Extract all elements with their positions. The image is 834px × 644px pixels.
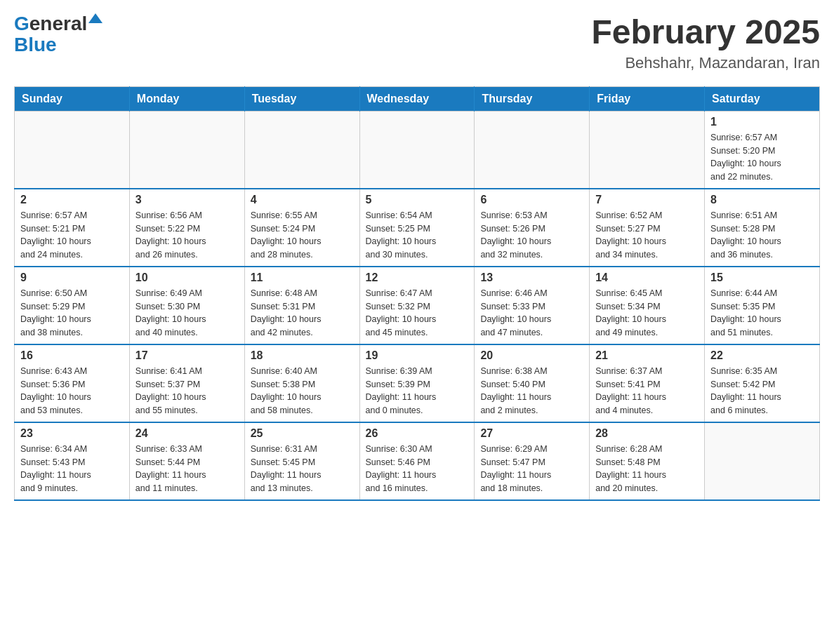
day-info: Sunrise: 6:55 AM Sunset: 5:24 PM Dayligh…: [251, 209, 354, 262]
day-info: Sunrise: 6:38 AM Sunset: 5:40 PM Dayligh…: [480, 365, 583, 417]
day-info: Sunrise: 6:51 AM Sunset: 5:28 PM Dayligh…: [710, 209, 814, 262]
calendar-cell: 15Sunrise: 6:44 AM Sunset: 5:35 PM Dayli…: [705, 267, 820, 344]
calendar-cell: 11Sunrise: 6:48 AM Sunset: 5:31 PM Dayli…: [244, 267, 359, 344]
day-number: 17: [135, 349, 239, 362]
day-number: 7: [595, 194, 699, 206]
calendar-cell: 16Sunrise: 6:43 AM Sunset: 5:36 PM Dayli…: [15, 344, 130, 422]
day-info: Sunrise: 6:30 AM Sunset: 5:46 PM Dayligh…: [366, 443, 469, 495]
header-saturday: Saturday: [705, 86, 820, 111]
calendar-cell: 18Sunrise: 6:40 AM Sunset: 5:38 PM Dayli…: [244, 344, 359, 422]
day-info: Sunrise: 6:34 AM Sunset: 5:43 PM Dayligh…: [20, 443, 124, 495]
day-number: 22: [710, 349, 814, 362]
calendar-cell: 19Sunrise: 6:39 AM Sunset: 5:39 PM Dayli…: [359, 344, 475, 422]
calendar-cell: [244, 111, 359, 189]
day-number: 3: [135, 194, 239, 206]
calendar-cell: 27Sunrise: 6:29 AM Sunset: 5:47 PM Dayli…: [475, 422, 590, 500]
calendar-cell: 13Sunrise: 6:46 AM Sunset: 5:33 PM Dayli…: [475, 267, 590, 344]
day-number: 13: [480, 271, 583, 284]
day-number: 9: [20, 271, 124, 284]
days-of-week-row: Sunday Monday Tuesday Wednesday Thursday…: [15, 86, 820, 111]
calendar-week-2: 2Sunrise: 6:57 AM Sunset: 5:21 PM Daylig…: [15, 189, 820, 267]
day-number: 1: [710, 116, 814, 128]
header-tuesday: Tuesday: [244, 86, 359, 111]
day-info: Sunrise: 6:45 AM Sunset: 5:34 PM Dayligh…: [595, 287, 699, 340]
calendar-cell: [15, 111, 130, 189]
calendar-table: Sunday Monday Tuesday Wednesday Thursday…: [14, 86, 820, 501]
calendar-cell: 14Sunrise: 6:45 AM Sunset: 5:34 PM Dayli…: [590, 267, 705, 344]
calendar-subtitle: Behshahr, Mazandaran, Iran: [591, 54, 820, 72]
header-wednesday: Wednesday: [359, 86, 475, 111]
day-info: Sunrise: 6:50 AM Sunset: 5:29 PM Dayligh…: [20, 287, 124, 340]
logo-general-text: General: [14, 14, 87, 34]
day-number: 5: [366, 194, 469, 206]
calendar-cell: [129, 111, 244, 189]
day-info: Sunrise: 6:46 AM Sunset: 5:33 PM Dayligh…: [480, 287, 583, 340]
day-number: 6: [480, 194, 583, 206]
calendar-cell: 21Sunrise: 6:37 AM Sunset: 5:41 PM Dayli…: [590, 344, 705, 422]
calendar-cell: 28Sunrise: 6:28 AM Sunset: 5:48 PM Dayli…: [590, 422, 705, 500]
day-number: 12: [366, 271, 469, 284]
day-info: Sunrise: 6:47 AM Sunset: 5:32 PM Dayligh…: [366, 287, 469, 340]
calendar-week-3: 9Sunrise: 6:50 AM Sunset: 5:29 PM Daylig…: [15, 267, 820, 344]
header-thursday: Thursday: [475, 86, 590, 111]
calendar-cell: 8Sunrise: 6:51 AM Sunset: 5:28 PM Daylig…: [705, 189, 820, 267]
day-number: 14: [595, 271, 699, 284]
page-header: General Blue February 2025 Behshahr, Maz…: [14, 14, 820, 72]
day-info: Sunrise: 6:43 AM Sunset: 5:36 PM Dayligh…: [20, 365, 124, 417]
calendar-week-4: 16Sunrise: 6:43 AM Sunset: 5:36 PM Dayli…: [15, 344, 820, 422]
day-info: Sunrise: 6:33 AM Sunset: 5:44 PM Dayligh…: [135, 443, 239, 495]
calendar-cell: [359, 111, 475, 189]
calendar-week-5: 23Sunrise: 6:34 AM Sunset: 5:43 PM Dayli…: [15, 422, 820, 500]
calendar-cell: 17Sunrise: 6:41 AM Sunset: 5:37 PM Dayli…: [129, 344, 244, 422]
day-number: 18: [251, 349, 354, 362]
logo: General Blue: [14, 14, 102, 55]
calendar-cell: 4Sunrise: 6:55 AM Sunset: 5:24 PM Daylig…: [244, 189, 359, 267]
logo-triangle-icon: [88, 13, 102, 23]
calendar-cell: 26Sunrise: 6:30 AM Sunset: 5:46 PM Dayli…: [359, 422, 475, 500]
day-number: 23: [20, 427, 124, 440]
day-info: Sunrise: 6:44 AM Sunset: 5:35 PM Dayligh…: [710, 287, 814, 340]
calendar-cell: 23Sunrise: 6:34 AM Sunset: 5:43 PM Dayli…: [15, 422, 130, 500]
calendar-cell: 22Sunrise: 6:35 AM Sunset: 5:42 PM Dayli…: [705, 344, 820, 422]
day-info: Sunrise: 6:41 AM Sunset: 5:37 PM Dayligh…: [135, 365, 239, 417]
day-number: 2: [20, 194, 124, 206]
calendar-cell: [590, 111, 705, 189]
day-number: 25: [251, 427, 354, 440]
title-section: February 2025 Behshahr, Mazandaran, Iran: [591, 14, 820, 72]
calendar-header: Sunday Monday Tuesday Wednesday Thursday…: [15, 86, 820, 111]
day-info: Sunrise: 6:37 AM Sunset: 5:41 PM Dayligh…: [595, 365, 699, 417]
day-info: Sunrise: 6:28 AM Sunset: 5:48 PM Dayligh…: [595, 443, 699, 495]
day-number: 10: [135, 271, 239, 284]
calendar-title: February 2025: [591, 14, 820, 51]
calendar-cell: 5Sunrise: 6:54 AM Sunset: 5:25 PM Daylig…: [359, 189, 475, 267]
day-info: Sunrise: 6:57 AM Sunset: 5:21 PM Dayligh…: [20, 209, 124, 262]
day-number: 26: [366, 427, 469, 440]
day-info: Sunrise: 6:39 AM Sunset: 5:39 PM Dayligh…: [366, 365, 469, 417]
day-info: Sunrise: 6:35 AM Sunset: 5:42 PM Dayligh…: [710, 365, 814, 417]
calendar-cell: 12Sunrise: 6:47 AM Sunset: 5:32 PM Dayli…: [359, 267, 475, 344]
day-number: 24: [135, 427, 239, 440]
day-number: 21: [595, 349, 699, 362]
day-number: 16: [20, 349, 124, 362]
day-info: Sunrise: 6:54 AM Sunset: 5:25 PM Dayligh…: [366, 209, 469, 262]
calendar-cell: 9Sunrise: 6:50 AM Sunset: 5:29 PM Daylig…: [15, 267, 130, 344]
svg-marker-0: [88, 13, 102, 23]
header-sunday: Sunday: [15, 86, 130, 111]
calendar-cell: [475, 111, 590, 189]
calendar-cell: 20Sunrise: 6:38 AM Sunset: 5:40 PM Dayli…: [475, 344, 590, 422]
day-number: 19: [366, 349, 469, 362]
calendar-cell: [705, 422, 820, 500]
calendar-cell: 1Sunrise: 6:57 AM Sunset: 5:20 PM Daylig…: [705, 111, 820, 189]
calendar-body: 1Sunrise: 6:57 AM Sunset: 5:20 PM Daylig…: [15, 111, 820, 500]
day-number: 4: [251, 194, 354, 206]
calendar-cell: 6Sunrise: 6:53 AM Sunset: 5:26 PM Daylig…: [475, 189, 590, 267]
day-info: Sunrise: 6:49 AM Sunset: 5:30 PM Dayligh…: [135, 287, 239, 340]
day-number: 15: [710, 271, 814, 284]
header-monday: Monday: [129, 86, 244, 111]
day-info: Sunrise: 6:40 AM Sunset: 5:38 PM Dayligh…: [251, 365, 354, 417]
calendar-cell: 3Sunrise: 6:56 AM Sunset: 5:22 PM Daylig…: [129, 189, 244, 267]
day-info: Sunrise: 6:29 AM Sunset: 5:47 PM Dayligh…: [480, 443, 583, 495]
day-number: 20: [480, 349, 583, 362]
day-info: Sunrise: 6:31 AM Sunset: 5:45 PM Dayligh…: [251, 443, 354, 495]
calendar-cell: 24Sunrise: 6:33 AM Sunset: 5:44 PM Dayli…: [129, 422, 244, 500]
